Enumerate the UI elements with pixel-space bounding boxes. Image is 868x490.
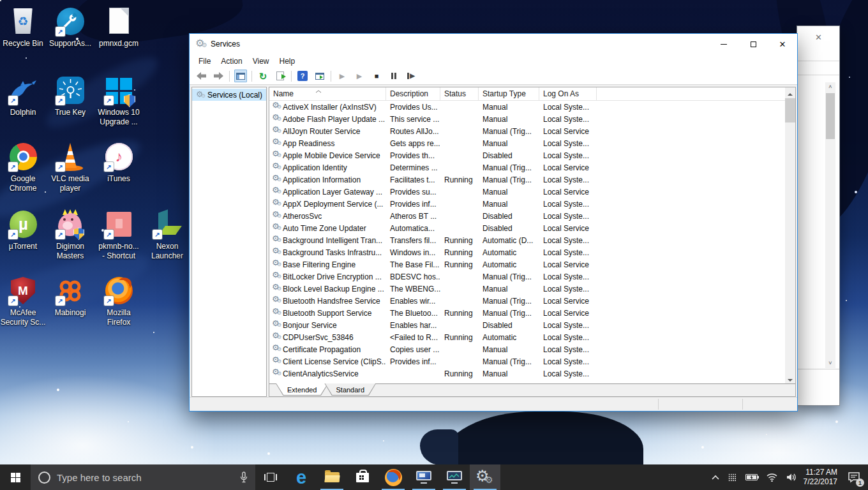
taskbar-clock[interactable]: 11:27 AM 7/22/2017 bbox=[801, 468, 842, 487]
background-window[interactable]: ✕ ˄ ˅ bbox=[797, 26, 840, 406]
resume-service-icon[interactable]: ▶ bbox=[353, 70, 366, 82]
export-list-icon[interactable] bbox=[274, 70, 287, 82]
taskbar-console-window[interactable] bbox=[408, 464, 439, 490]
scrollbar-thumb[interactable] bbox=[785, 98, 795, 122]
desktop-icon-digimon[interactable]: ↗ Digimon Masters bbox=[47, 209, 93, 261]
desktop-icon-recycle-bin[interactable]: ♻ Recycle Bin bbox=[0, 6, 46, 48]
close-icon[interactable]: ✕ bbox=[815, 33, 822, 42]
start-service-icon[interactable]: ▶ bbox=[336, 70, 348, 82]
scroll-up-icon[interactable]: ˄ bbox=[825, 82, 835, 92]
tab-standard[interactable]: Standard bbox=[324, 383, 376, 396]
microphone-icon[interactable] bbox=[240, 471, 248, 483]
close-button[interactable]: ✕ bbox=[768, 34, 797, 54]
service-row[interactable]: ⚙⚙AppX Deployment Service (... Provides … bbox=[269, 198, 784, 210]
menu-help[interactable]: Help bbox=[274, 56, 301, 67]
desktop-icon-true-key[interactable]: ↗ True Key bbox=[47, 75, 93, 117]
desktop-icon-vlc[interactable]: ↗ VLC media player bbox=[47, 142, 93, 193]
service-row[interactable]: ⚙⚙App Readiness Gets apps re... Manual L… bbox=[269, 137, 784, 149]
service-row[interactable]: ⚙⚙ActiveX Installer (AxInstSV) Provides … bbox=[269, 101, 784, 113]
start-button[interactable] bbox=[0, 464, 31, 490]
column-header-log-on-as[interactable]: Log On As bbox=[539, 87, 597, 100]
show-console-tree-icon[interactable] bbox=[234, 70, 247, 82]
desktop-icon-windows10-upgrade[interactable]: ↗ Windows 10 Upgrade ... bbox=[96, 75, 142, 127]
desktop-icon-itunes[interactable]: ♪↗ iTunes bbox=[96, 142, 142, 184]
desktop-icon-nexon[interactable]: ↗ Nexon Launcher bbox=[144, 209, 190, 261]
desktop-icon-supportassist[interactable]: ↗ SupportAs... bbox=[47, 6, 93, 48]
show-action-pane-icon[interactable] bbox=[313, 70, 326, 82]
service-row[interactable]: ⚙⚙Bonjour Service Enables har... Disable… bbox=[269, 319, 784, 331]
scrollbar-thumb[interactable] bbox=[826, 93, 835, 139]
tab-extended[interactable]: Extended bbox=[276, 383, 328, 396]
service-row[interactable]: ⚙⚙Background Tasks Infrastru... Windows … bbox=[269, 246, 784, 258]
tree-item-services-local[interactable]: ⚙⚙ Services (Local) bbox=[192, 89, 266, 101]
document-icon bbox=[109, 8, 129, 34]
desktop-icon-firefox[interactable]: ↗ Mozilla Firefox bbox=[96, 276, 142, 327]
desktop-icon-pkmnb[interactable]: ↗ pkmnb-no... - Shortcut bbox=[96, 209, 142, 261]
taskbar-store[interactable] bbox=[347, 464, 378, 490]
tray-tablet-icon[interactable] bbox=[724, 464, 741, 490]
maximize-button[interactable] bbox=[738, 34, 768, 54]
service-row[interactable]: ⚙⚙Application Identity Determines ... Ma… bbox=[269, 161, 784, 174]
back-icon[interactable] bbox=[195, 70, 207, 82]
task-view-button[interactable] bbox=[255, 464, 286, 490]
help-icon[interactable]: ? bbox=[296, 70, 309, 82]
service-row[interactable]: ⚙⚙CDPUserSvc_53846 <Failed to R... Runni… bbox=[269, 331, 784, 343]
desktop-icon-mabinogi[interactable]: ↗ Mabinogi bbox=[47, 276, 93, 318]
service-row[interactable]: ⚙⚙Block Level Backup Engine ... The WBEN… bbox=[269, 283, 784, 295]
column-header-name[interactable]: Name bbox=[269, 87, 386, 100]
scroll-down-icon[interactable] bbox=[785, 373, 795, 383]
service-row[interactable]: ⚙⚙Auto Time Zone Updater Automatica... D… bbox=[269, 222, 784, 234]
service-row[interactable]: ⚙⚙Certificate Propagation Copies user ..… bbox=[269, 343, 784, 355]
tray-wifi-icon[interactable] bbox=[762, 464, 782, 490]
stop-service-icon[interactable]: ■ bbox=[370, 70, 383, 82]
service-row[interactable]: ⚙⚙AtherosSvc Atheros BT ... Disabled Loc… bbox=[269, 210, 784, 222]
service-row[interactable]: ⚙⚙Application Information Facilitates t.… bbox=[269, 174, 784, 186]
list-scrollbar[interactable] bbox=[785, 87, 795, 383]
service-row[interactable]: ⚙⚙Bluetooth Support Service The Bluetoo.… bbox=[269, 307, 784, 319]
tray-battery-icon[interactable] bbox=[741, 464, 762, 490]
column-header-description[interactable]: Description bbox=[386, 87, 440, 100]
service-row[interactable]: ⚙⚙BitLocker Drive Encryption ... BDESVC … bbox=[269, 271, 784, 283]
taskbar-performance-monitor[interactable] bbox=[439, 464, 470, 490]
pause-service-icon[interactable] bbox=[387, 70, 400, 82]
menu-view[interactable]: View bbox=[248, 56, 274, 67]
taskbar-edge[interactable]: e bbox=[286, 464, 317, 490]
desktop-icon-dolphin[interactable]: ↗ Dolphin bbox=[0, 75, 46, 117]
menu-file[interactable]: File bbox=[193, 56, 216, 67]
taskbar-file-explorer[interactable] bbox=[317, 464, 347, 490]
service-row[interactable]: ⚙⚙Adobe Flash Player Update ... This ser… bbox=[269, 113, 784, 125]
restart-service-icon[interactable]: ▶ bbox=[405, 70, 417, 82]
column-header-status[interactable]: Status bbox=[440, 87, 479, 100]
search-box[interactable]: Type here to search bbox=[31, 464, 255, 490]
desktop-icon-utorrent[interactable]: µ↗ µTorrent bbox=[0, 209, 46, 251]
service-row[interactable]: ⚙⚙Background Intelligent Tran... Transfe… bbox=[269, 234, 784, 246]
service-row[interactable]: ⚙⚙AllJoyn Router Service Routes AllJo...… bbox=[269, 125, 784, 137]
forward-icon[interactable] bbox=[212, 70, 225, 82]
desktop-icon-chrome[interactable]: ↗ Google Chrome bbox=[0, 142, 46, 193]
minimize-button[interactable] bbox=[709, 34, 738, 54]
services-app-icon: ⚙⚙ bbox=[195, 38, 208, 50]
icon-label: True Key bbox=[47, 108, 93, 117]
tray-volume-icon[interactable] bbox=[782, 464, 801, 490]
service-gear-icon: ⚙⚙ bbox=[272, 114, 283, 124]
service-row[interactable]: ⚙⚙ClientAnalyticsService Running Manual … bbox=[269, 368, 784, 380]
column-header-startup-type[interactable]: Startup Type bbox=[479, 87, 539, 100]
menu-action[interactable]: Action bbox=[216, 56, 247, 67]
service-row[interactable]: ⚙⚙Client License Service (ClipS... Provi… bbox=[269, 355, 784, 368]
taskbar-firefox[interactable] bbox=[378, 464, 408, 490]
tray-chevron-icon[interactable] bbox=[707, 464, 724, 490]
action-center-button[interactable]: 1 bbox=[842, 464, 868, 490]
scrollbar[interactable]: ˄ ˅ bbox=[825, 82, 835, 368]
service-row[interactable]: ⚙⚙Apple Mobile Device Service Provides t… bbox=[269, 149, 784, 161]
taskbar-services[interactable]: ⚙⚙ bbox=[470, 464, 500, 490]
wallpaper-figure bbox=[442, 412, 643, 465]
title-bar[interactable]: ⚙⚙ Services ✕ bbox=[190, 34, 797, 54]
desktop-icon-mcafee[interactable]: M↗ McAfee Security Sc... bbox=[0, 276, 46, 327]
desktop-icon-pmnxd[interactable]: pmnxd.gcm bbox=[96, 6, 142, 48]
scroll-down-icon[interactable]: ˅ bbox=[825, 359, 835, 368]
scroll-up-icon[interactable] bbox=[785, 87, 795, 98]
service-row[interactable]: ⚙⚙Application Layer Gateway ... Provides… bbox=[269, 186, 784, 198]
refresh-icon[interactable]: ↻ bbox=[257, 70, 269, 82]
service-row[interactable]: ⚙⚙Base Filtering Engine The Base Fil... … bbox=[269, 258, 784, 271]
service-row[interactable]: ⚙⚙Bluetooth Handsfree Service Enables wi… bbox=[269, 295, 784, 307]
